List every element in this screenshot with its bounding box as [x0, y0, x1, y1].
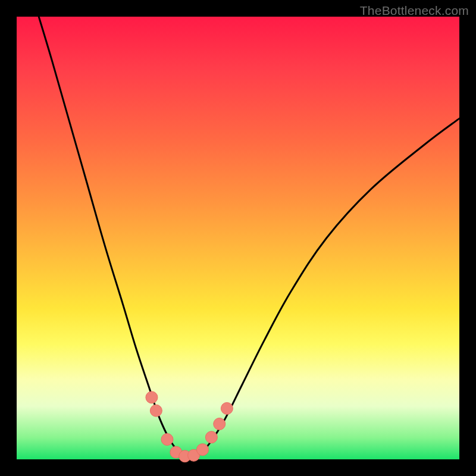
- curve-marker: [161, 434, 173, 446]
- bottleneck-curve: [39, 17, 459, 457]
- markers-group: [146, 392, 233, 462]
- chart-frame: TheBottleneck.com: [0, 0, 476, 476]
- chart-svg: [17, 17, 459, 459]
- curve-marker: [146, 392, 158, 403]
- curve-marker: [214, 418, 226, 430]
- watermark-text: TheBottleneck.com: [360, 4, 469, 18]
- curve-marker: [205, 431, 217, 443]
- curve-group: [39, 17, 459, 457]
- curve-marker: [196, 444, 208, 456]
- curve-marker: [150, 405, 162, 416]
- curve-marker: [221, 402, 233, 414]
- plot-area: [17, 17, 459, 459]
